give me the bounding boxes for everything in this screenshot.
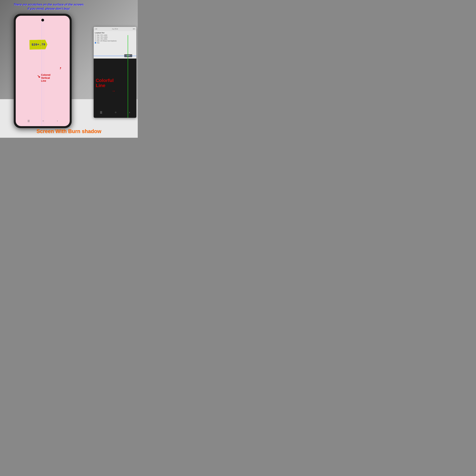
warning-line2: If you mind, please don't buy! xyxy=(28,7,70,10)
status-time: 1:32 xyxy=(95,28,97,30)
small-arrow-icon: ↗ xyxy=(58,66,62,70)
radio-4 xyxy=(95,40,96,42)
loopback-option-2: Start : SPK_2ndMic xyxy=(95,36,135,38)
loopback-title: Loopback Test xyxy=(95,32,135,34)
radio-2 xyxy=(95,36,96,38)
main-phone-screen: $20+.79 ↘ ColoredVerticalLine ↗ ||| ○ ‹ xyxy=(16,16,70,126)
nav-recent-icon: ||| xyxy=(28,119,30,122)
colorful-label-line1: Colorful xyxy=(96,78,114,83)
radio-stop xyxy=(95,42,96,44)
warning-line1: There are scratches on the surface of th… xyxy=(14,3,84,6)
nav-back-icon: ‹ xyxy=(57,119,58,122)
status-icons: ● ▲ ☰ ♦ ● xyxy=(112,28,118,30)
second-nav-home-icon: ○ xyxy=(115,111,116,114)
price-sticker: $20+.79 xyxy=(29,40,47,50)
camera-hole xyxy=(41,19,44,21)
loopback-area: Loopback Test Start : RCV_1stMic Start :… xyxy=(94,31,136,59)
loopback-option-3: Start : SPK_3rdMic xyxy=(95,38,135,40)
nav-home-icon: ○ xyxy=(43,119,44,122)
bottom-burn-shadow-text: Screen With Burn shadow xyxy=(0,128,138,134)
second-phone: 1:32 ● ▲ ☰ ♦ ● 36% Loopback Test Start :… xyxy=(94,27,136,118)
colored-arrow-icon: ↘ xyxy=(37,74,40,79)
second-nav-back-icon: ‹ xyxy=(129,111,130,114)
vertical-line-defect-2 xyxy=(44,16,44,126)
radio-1 xyxy=(95,34,96,36)
second-phone-nav: ||| ○ ‹ xyxy=(94,107,136,118)
price-text: $20+.79 xyxy=(32,43,45,47)
radio-3 xyxy=(95,38,96,40)
loopback-option-4: Start : E/P (Please insert Earphone) xyxy=(95,40,135,42)
status-battery: 36% xyxy=(133,28,135,30)
vertical-line-defect-1 xyxy=(42,16,42,126)
main-phone: $20+.79 ↘ ColoredVerticalLine ↗ ||| ○ ‹ xyxy=(14,14,72,128)
colorful-line-label: Colorful Line xyxy=(96,78,114,88)
blue-horizontal-line xyxy=(94,56,136,56)
second-phone-status-bar: 1:32 ● ▲ ☰ ♦ ● 36% xyxy=(94,27,136,31)
colored-vertical-line-label: ↘ ColoredVerticalLine xyxy=(37,74,51,83)
colored-label-text: ColoredVerticalLine xyxy=(41,74,51,83)
loopback-option-1: Start : RCV_1stMic xyxy=(95,34,135,36)
second-phone-content: Loopback Test Start : RCV_1stMic Start :… xyxy=(94,31,136,107)
second-nav-recent-icon: ||| xyxy=(100,111,102,114)
colorful-arrow-icon: → xyxy=(112,89,115,93)
loopback-option-stop: Stop xyxy=(95,42,135,44)
colorful-label-line2: Line xyxy=(96,83,105,88)
green-vertical-line xyxy=(128,35,128,107)
main-phone-nav: ||| ○ ‹ xyxy=(16,119,70,122)
green-vertical-line-nav xyxy=(128,107,128,118)
warning-text: There are scratches on the surface of th… xyxy=(8,2,89,11)
